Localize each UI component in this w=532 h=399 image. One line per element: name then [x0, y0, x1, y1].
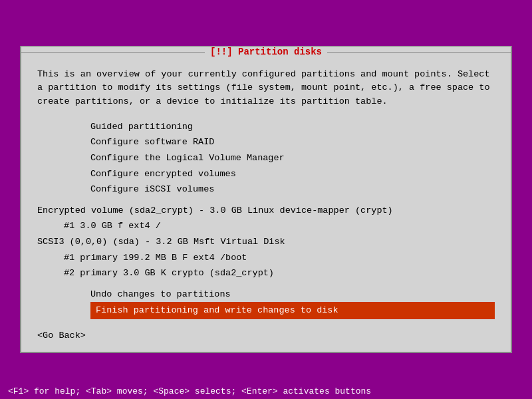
action-section: Undo changes to partitions Finish partit…: [37, 287, 495, 319]
go-back-button[interactable]: <Go Back>: [37, 330, 495, 341]
menu-item-lvm[interactable]: Configure the Logical Volume Manager: [37, 150, 495, 166]
description-text: This is an overview of your currently co…: [37, 68, 495, 108]
partition-section: Encrypted volume (sda2_crypt) - 3.0 GB L…: [37, 203, 495, 281]
encrypted-volume-header[interactable]: Encrypted volume (sda2_crypt) - 3.0 GB L…: [37, 203, 495, 219]
menu-item-iscsi[interactable]: Configure iSCSI volumes: [37, 182, 495, 198]
status-bar: <F1> for help; <Tab> moves; <Space> sele…: [0, 384, 532, 399]
menu-section: Guided partitioning Configure software R…: [37, 119, 495, 198]
scsi-header[interactable]: SCSI3 (0,0,0) (sda) - 3.2 GB Msft Virtua…: [37, 234, 495, 250]
title-bar-left-line: [21, 52, 205, 53]
dialog-title: [!!] Partition disks: [205, 47, 327, 57]
title-bar-right-line: [327, 52, 511, 53]
title-bar: [!!] Partition disks: [21, 47, 511, 57]
screen-wrapper: [!!] Partition disks This is an overview…: [0, 0, 532, 399]
menu-item-software-raid[interactable]: Configure software RAID: [37, 134, 495, 150]
menu-item-guided[interactable]: Guided partitioning: [37, 119, 495, 135]
scsi-entry-2[interactable]: #2 primary 3.0 GB K crypto (sda2_crypt): [37, 265, 495, 281]
finish-action[interactable]: Finish partitioning and write changes to…: [90, 302, 495, 319]
scsi-entry-1[interactable]: #1 primary 199.2 MB B F ext4 /boot: [37, 250, 495, 266]
encrypted-entry-1[interactable]: #1 3.0 GB f ext4 /: [37, 218, 495, 234]
dialog-box: [!!] Partition disks This is an overview…: [20, 46, 512, 353]
menu-item-encrypted[interactable]: Configure encrypted volumes: [37, 166, 495, 182]
dialog-content: This is an overview of your currently co…: [21, 57, 511, 352]
undo-action[interactable]: Undo changes to partitions: [37, 287, 495, 303]
